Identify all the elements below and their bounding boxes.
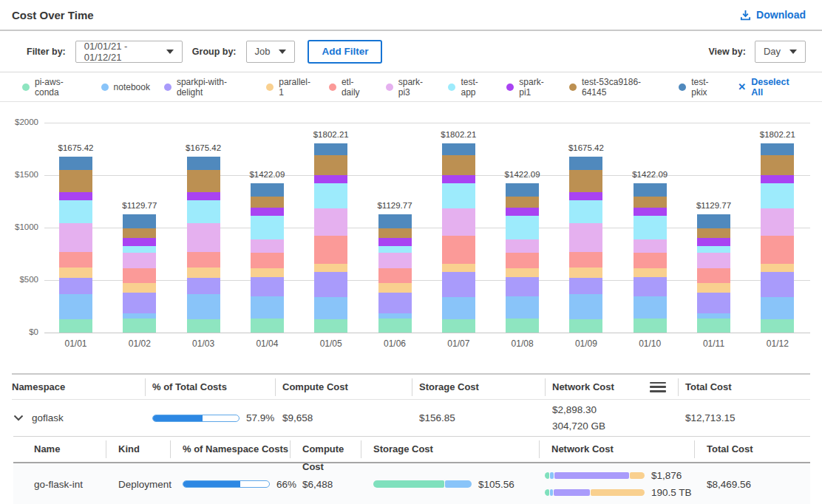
bar-segment[interactable] xyxy=(442,236,475,263)
bar-segment[interactable] xyxy=(378,268,412,283)
bar-segment[interactable] xyxy=(442,272,475,297)
bar-segment[interactable] xyxy=(697,268,730,283)
bar-segment[interactable] xyxy=(697,253,730,268)
group-by-select[interactable]: Job xyxy=(246,41,296,63)
bar-segment[interactable] xyxy=(761,208,794,236)
bar-segment[interactable] xyxy=(59,192,92,200)
bar-segment[interactable] xyxy=(187,192,220,200)
bar-segment[interactable] xyxy=(187,223,220,253)
bar-segment[interactable] xyxy=(59,200,92,223)
bar-segment[interactable] xyxy=(251,183,284,197)
bar-segment[interactable] xyxy=(569,278,602,295)
bar-segment[interactable] xyxy=(506,253,539,268)
bar-segment[interactable] xyxy=(506,277,539,296)
bar-segment[interactable] xyxy=(187,294,220,319)
bar-segment[interactable] xyxy=(506,216,539,239)
bar-segment[interactable] xyxy=(634,208,667,216)
bar-segment[interactable] xyxy=(697,214,730,228)
bar-segment[interactable] xyxy=(634,253,667,268)
bar-segment[interactable] xyxy=(123,293,156,313)
date-range-select[interactable]: 01/01/21 - 01/12/21 xyxy=(75,41,183,63)
bar-segment[interactable] xyxy=(697,283,730,293)
bar-segment[interactable] xyxy=(697,228,730,239)
bar-segment[interactable] xyxy=(251,268,284,277)
bar-segment[interactable] xyxy=(123,313,156,319)
bar-segment[interactable] xyxy=(761,236,794,263)
legend-item[interactable]: etl-daily xyxy=(329,77,372,98)
bar-segment[interactable] xyxy=(378,228,412,239)
bar-segment[interactable] xyxy=(59,252,92,267)
bar-segment[interactable] xyxy=(761,297,794,319)
bar-segment[interactable] xyxy=(761,264,794,273)
bar-segment[interactable] xyxy=(442,319,475,333)
bar-segment[interactable] xyxy=(634,277,667,296)
bar-segment[interactable] xyxy=(634,268,667,277)
bar-segment[interactable] xyxy=(697,293,730,313)
bar-segment[interactable] xyxy=(634,296,667,319)
bar-segment[interactable] xyxy=(187,319,220,333)
bar-segment[interactable] xyxy=(506,268,539,277)
bar-segment[interactable] xyxy=(378,313,412,319)
bar-segment[interactable] xyxy=(251,216,284,239)
bar-segment[interactable] xyxy=(378,293,412,313)
bar-segment[interactable] xyxy=(569,170,602,191)
bar-segment[interactable] xyxy=(442,143,475,155)
bar-segment[interactable] xyxy=(378,283,412,293)
bar-segment[interactable] xyxy=(314,297,347,319)
bar-segment[interactable] xyxy=(314,175,347,183)
bar-segment[interactable] xyxy=(506,183,539,197)
bar-segment[interactable] xyxy=(314,208,347,236)
bar-segment[interactable] xyxy=(187,200,220,223)
bar-segment[interactable] xyxy=(123,283,156,293)
bar-segment[interactable] xyxy=(761,319,794,333)
bar-segment[interactable] xyxy=(378,253,412,268)
bar-segment[interactable] xyxy=(251,296,284,319)
bar-segment[interactable] xyxy=(569,157,602,170)
bar-segment[interactable] xyxy=(442,175,475,183)
bar-segment[interactable] xyxy=(442,264,475,273)
chevron-down-icon[interactable] xyxy=(12,413,25,423)
legend-item[interactable]: spark-pi1 xyxy=(506,77,555,98)
bar-segment[interactable] xyxy=(314,272,347,297)
legend-item[interactable]: pi-aws-conda xyxy=(22,77,87,98)
bar-segment[interactable] xyxy=(569,319,602,333)
bar-segment[interactable] xyxy=(123,228,156,239)
bar-segment[interactable] xyxy=(251,239,284,253)
bar-segment[interactable] xyxy=(378,246,412,253)
download-button[interactable]: Download xyxy=(740,9,806,21)
bar-segment[interactable] xyxy=(697,246,730,253)
bar-segment[interactable] xyxy=(442,155,475,175)
bar-segment[interactable] xyxy=(187,278,220,295)
bar-segment[interactable] xyxy=(251,197,284,207)
bar-segment[interactable] xyxy=(506,197,539,207)
bar-segment[interactable] xyxy=(378,238,412,246)
bar-segment[interactable] xyxy=(123,246,156,253)
menu-icon[interactable] xyxy=(650,382,666,392)
bar-segment[interactable] xyxy=(123,214,156,228)
legend-item[interactable]: test-pkix xyxy=(679,77,724,98)
add-filter-button[interactable]: Add Filter xyxy=(308,40,382,64)
bar-segment[interactable] xyxy=(569,192,602,200)
bar-segment[interactable] xyxy=(506,208,539,216)
bar-segment[interactable] xyxy=(506,296,539,319)
bar-segment[interactable] xyxy=(761,155,794,175)
bar-segment[interactable] xyxy=(314,183,347,208)
bar-segment[interactable] xyxy=(59,278,92,295)
bar-segment[interactable] xyxy=(59,319,92,333)
bar-segment[interactable] xyxy=(569,294,602,319)
bar-segment[interactable] xyxy=(569,252,602,267)
bar-segment[interactable] xyxy=(59,268,92,278)
bar-segment[interactable] xyxy=(506,239,539,253)
bar-segment[interactable] xyxy=(634,197,667,207)
bar-segment[interactable] xyxy=(761,272,794,297)
bar-segment[interactable] xyxy=(314,236,347,263)
legend-item[interactable]: test-53ca9186-64145 xyxy=(569,77,665,98)
bar-segment[interactable] xyxy=(634,239,667,253)
legend-item[interactable]: test-app xyxy=(448,77,492,98)
bar-segment[interactable] xyxy=(569,223,602,253)
bar-segment[interactable] xyxy=(187,170,220,191)
bar-segment[interactable] xyxy=(251,319,284,333)
bar-segment[interactable] xyxy=(697,238,730,246)
bar-segment[interactable] xyxy=(569,200,602,223)
bar-segment[interactable] xyxy=(761,175,794,183)
